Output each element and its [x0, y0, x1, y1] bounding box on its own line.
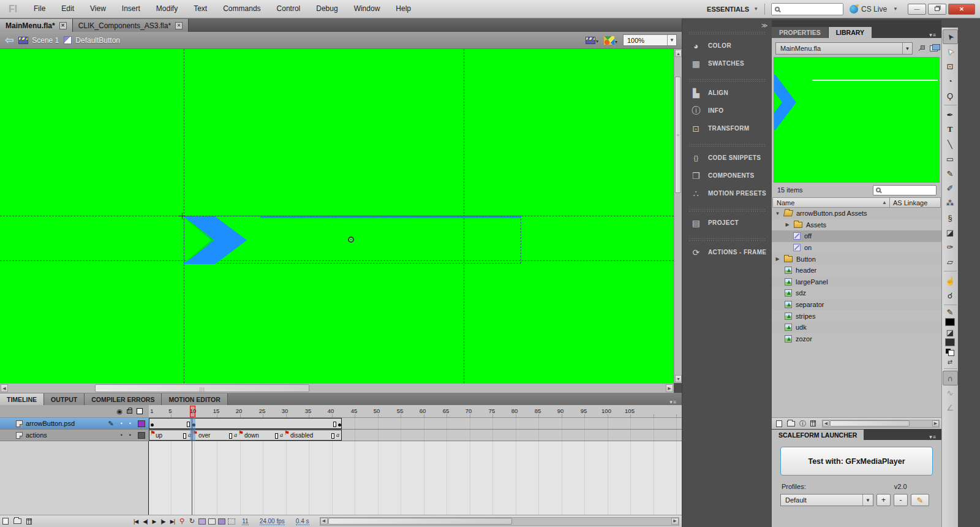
lock-icon[interactable] [127, 409, 132, 414]
minimize-button[interactable]: — [908, 4, 926, 15]
new-folder-button[interactable] [13, 518, 21, 524]
sort-ascending-icon[interactable]: ▲ [882, 200, 889, 205]
text-tool[interactable]: T [943, 122, 958, 137]
center-frame-button[interactable]: ⚲ [179, 517, 184, 525]
tab-output[interactable]: OUTPUT [44, 393, 85, 405]
end-span-marker[interactable] [275, 433, 278, 439]
scroll-up-icon[interactable]: ▲ [675, 50, 682, 57]
tab-scaleform-launcher[interactable]: SCALEFORM LAUNCHER [772, 430, 864, 440]
elapsed-time-field[interactable]: 0.4 s [296, 518, 309, 525]
library-item-bitmap[interactable]: zozor [772, 333, 941, 345]
hand-tool[interactable]: ☝ [943, 273, 958, 288]
stage-zoom-select[interactable]: 100% ▼ [623, 34, 677, 46]
modify-markers-button[interactable] [228, 518, 235, 525]
scroll-left-icon[interactable]: ◀ [823, 420, 829, 427]
library-column-header[interactable]: Name ▲ AS Linkage [772, 197, 941, 208]
outline-icon[interactable] [137, 408, 143, 414]
panel-button-info[interactable]: ⓘ INFO [682, 102, 772, 119]
fill-color-icon[interactable]: ◪ [943, 327, 958, 337]
show-hide-icon[interactable]: ◉ [116, 408, 123, 415]
end-span-marker[interactable] [229, 433, 232, 439]
loop-button[interactable]: ↻ [189, 517, 195, 525]
layer-color-swatch[interactable] [138, 420, 145, 427]
current-frame-field[interactable]: 11 [242, 518, 248, 525]
lock-dot[interactable]: • [129, 420, 131, 427]
panel-menu-icon[interactable]: ▾≡ [929, 32, 941, 38]
selection-tool[interactable]: ➤ [943, 29, 958, 44]
layer-row-arrowbutton[interactable]: arrowButton.psd ✎ • • [0, 418, 682, 430]
edit-profile-button[interactable]: ✎ [911, 494, 929, 506]
delete-item-button[interactable] [810, 420, 816, 427]
column-as-linkage[interactable]: AS Linkage [890, 199, 940, 207]
onion-skin-outlines-button[interactable] [208, 518, 216, 525]
keyframe-dot[interactable] [338, 423, 341, 427]
lasso-tool[interactable]: Ϙ [943, 88, 958, 103]
frame-span[interactable] [149, 418, 342, 429]
brush-tool[interactable]: ✐ [943, 181, 958, 195]
eyedropper-tool[interactable]: ✑ [943, 240, 958, 254]
visibility-dot[interactable]: • [121, 420, 123, 427]
library-item-bitmap[interactable]: sdz [772, 287, 941, 299]
menu-insert[interactable]: Insert [114, 0, 148, 18]
panel-button-actions-frame[interactable]: ⟳ ACTIONS - FRAME [682, 243, 772, 261]
panel-button-motion-presets[interactable]: ∴ MOTION PRESETS [682, 184, 772, 202]
pen-tool[interactable]: ✒ [943, 107, 958, 122]
pencil-tool[interactable]: ✎ [943, 166, 958, 181]
edit-symbol-button[interactable]: ▾ [604, 36, 617, 45]
horizontal-scroll-thumb[interactable]: ||| [95, 384, 309, 392]
layer-color-swatch[interactable] [138, 432, 145, 439]
new-symbol-button[interactable] [776, 420, 782, 427]
fill-color-swatch[interactable] [945, 338, 955, 346]
dock-grip[interactable] [688, 238, 766, 241]
panel-button-align[interactable]: ▙ ALIGN [682, 84, 772, 102]
frame-ruler[interactable]: 1 5 10 15 20 25 30 35 40 45 50 55 60 65 … [149, 405, 682, 418]
chevron-right-icon[interactable]: ▶ [785, 222, 790, 227]
panel-menu-icon[interactable]: ▾≡ [669, 399, 682, 405]
scroll-left-icon[interactable]: ◀ [320, 518, 328, 525]
frame-rate-field[interactable]: 24.00 fps [260, 518, 285, 525]
layer-frames[interactable]: ⚑ up a ⚑ over a ⚑ down a ⚑ disabled a [149, 430, 682, 441]
end-span-marker[interactable] [333, 422, 336, 427]
pin-library-icon[interactable] [918, 45, 925, 52]
tab-compiler-errors[interactable]: COMPILER ERRORS [85, 393, 162, 405]
back-arrow-icon[interactable]: ⇦ [5, 32, 13, 48]
stage-vertical-scrollbar[interactable]: ▲ ≡ ▼ [674, 49, 682, 383]
menu-view[interactable]: View [82, 0, 114, 18]
close-icon[interactable]: ✕ [175, 22, 183, 29]
remove-profile-button[interactable]: - [894, 494, 908, 506]
scroll-right-icon[interactable]: ▶ [932, 420, 939, 427]
edit-multiple-frames-button[interactable] [218, 518, 225, 525]
panel-menu-icon[interactable]: ▾≡ [929, 434, 941, 440]
chevron-right-icon[interactable]: ▶ [775, 256, 780, 262]
tab-properties[interactable]: PROPERTIES [772, 27, 829, 38]
menu-control[interactable]: Control [269, 0, 309, 18]
end-span-marker[interactable] [183, 433, 186, 439]
transformation-point[interactable] [348, 237, 354, 243]
stage-horizontal-scrollbar[interactable]: ◀ ||| ▶ [0, 383, 674, 393]
panel-button-project[interactable]: ▤ PROJECT [682, 214, 772, 232]
rectangle-tool[interactable]: ▭ [943, 151, 958, 166]
layer-frames[interactable] [149, 418, 682, 430]
app-search-box[interactable] [771, 3, 843, 15]
chevron-down-icon[interactable]: ▼ [902, 43, 912, 54]
arrow-button-artwork[interactable] [183, 216, 247, 264]
stroke-color-icon[interactable]: ✎ [943, 307, 958, 317]
onion-skin-button[interactable] [198, 518, 206, 525]
add-profile-button[interactable]: + [876, 494, 891, 506]
library-search-input[interactable] [883, 187, 930, 194]
go-to-last-frame-button[interactable]: ▶| [168, 518, 177, 525]
tab-motion-editor[interactable]: MOTION EDITOR [162, 393, 227, 405]
timeline-scroll-thumb[interactable] [328, 518, 512, 525]
library-item-folder[interactable]: ▶ Assets [772, 219, 941, 231]
column-name[interactable]: Name [773, 199, 882, 207]
menu-text[interactable]: Text [186, 0, 215, 18]
library-horizontal-scrollbar[interactable]: ◀ ▶ [822, 420, 940, 428]
new-layer-button[interactable] [2, 518, 9, 525]
smooth-button[interactable]: ∿ [943, 385, 958, 400]
scroll-right-icon[interactable]: ▶ [671, 518, 679, 525]
library-item-bitmap[interactable]: udk [772, 322, 941, 333]
scroll-right-icon[interactable]: ▶ [666, 384, 673, 392]
swap-colors-button[interactable]: ⇄ [943, 357, 958, 366]
scroll-down-icon[interactable]: ▼ [675, 375, 682, 382]
library-document-select[interactable]: MainMenu.fla ▼ [775, 42, 913, 55]
